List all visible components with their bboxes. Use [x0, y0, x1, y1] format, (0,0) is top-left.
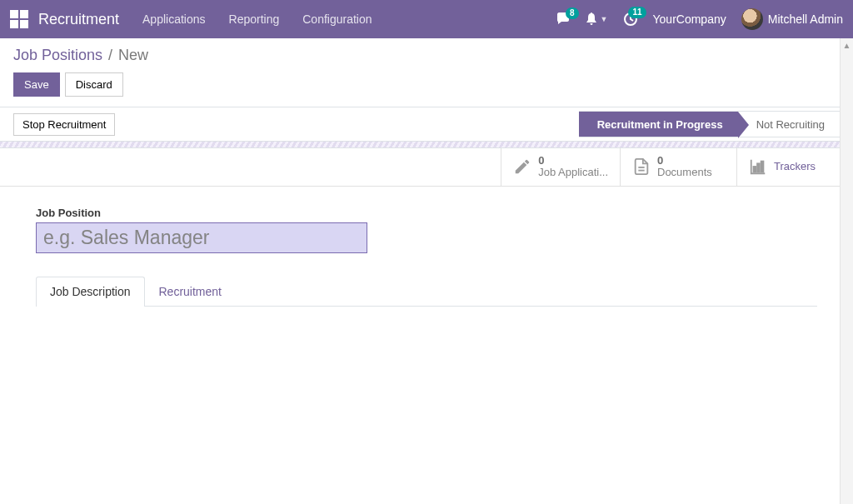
- messages-badge: 8: [566, 7, 579, 19]
- scrollbar[interactable]: ▲: [840, 38, 853, 504]
- discard-button[interactable]: Discard: [65, 72, 123, 97]
- scroll-up-icon[interactable]: ▲: [841, 38, 853, 52]
- stat-count: 0: [538, 155, 608, 167]
- activities-badge: 11: [628, 7, 646, 18]
- avatar: [741, 8, 763, 30]
- stat-button-row: 0 Job Applicati... 0 Documents Trackers: [0, 148, 853, 187]
- stat-trackers[interactable]: Trackers: [736, 148, 853, 186]
- svg-rect-5: [761, 162, 764, 172]
- svg-rect-3: [754, 167, 756, 172]
- stage-not-recruiting[interactable]: Not Recruiting: [738, 111, 840, 137]
- menu-configuration[interactable]: Configuration: [302, 12, 372, 26]
- job-position-label: Job Position: [36, 207, 817, 219]
- svg-rect-4: [757, 164, 760, 172]
- top-navbar: Recruitment Applications Reporting Confi…: [0, 0, 853, 38]
- breadcrumb: Job Positions / New: [13, 47, 840, 64]
- breadcrumb-current: New: [118, 47, 148, 63]
- statusbar-stages: Recruitment in Progress Not Recruiting: [579, 107, 840, 141]
- form-tabs: Job Description Recruitment: [36, 277, 817, 307]
- stat-job-applications[interactable]: 0 Job Applicati...: [501, 148, 620, 186]
- breadcrumb-separator: /: [108, 47, 112, 63]
- breadcrumb-parent[interactable]: Job Positions: [13, 47, 102, 63]
- form-hatched-bar: [0, 142, 853, 148]
- menu-applications[interactable]: Applications: [142, 12, 206, 26]
- activities-icon[interactable]: 11: [623, 12, 638, 27]
- tab-recruitment[interactable]: Recruitment: [145, 277, 236, 306]
- stat-label: Job Applicati...: [538, 167, 608, 178]
- stop-recruitment-button[interactable]: Stop Recruitment: [13, 113, 115, 136]
- notifications-icon[interactable]: ▼: [586, 12, 608, 26]
- form-sheet: Job Position Job Description Recruitment: [7, 187, 846, 327]
- navbar-menu: Applications Reporting Configuration: [142, 12, 372, 26]
- apps-icon[interactable]: [10, 10, 28, 28]
- company-selector[interactable]: YourCompany: [653, 12, 726, 26]
- caret-down-icon: ▼: [601, 15, 608, 23]
- tab-job-description[interactable]: Job Description: [36, 277, 145, 307]
- statusbar-row: Stop Recruitment Recruitment in Progress…: [0, 107, 853, 142]
- stage-label: Recruitment in Progress: [597, 118, 723, 131]
- stat-documents[interactable]: 0 Documents: [620, 148, 736, 186]
- navbar-right: 8 ▼ 11 YourCompany Mitchell Admin: [556, 8, 843, 30]
- stat-label: Documents: [657, 167, 712, 178]
- cp-buttons: Save Discard: [13, 72, 840, 97]
- user-name: Mitchell Admin: [768, 12, 843, 26]
- control-panel: Job Positions / New Save Discard: [0, 38, 853, 97]
- save-button[interactable]: Save: [13, 72, 60, 97]
- job-position-input[interactable]: [36, 222, 367, 253]
- app-title[interactable]: Recruitment: [38, 11, 119, 28]
- stat-label: Trackers: [774, 161, 816, 172]
- chart-icon: [749, 157, 767, 176]
- stage-recruitment-in-progress[interactable]: Recruitment in Progress: [579, 111, 738, 137]
- stage-label: Not Recruiting: [756, 118, 825, 131]
- menu-reporting[interactable]: Reporting: [229, 12, 280, 26]
- messages-icon[interactable]: 8: [556, 12, 571, 26]
- document-icon: [632, 157, 651, 176]
- stat-count: 0: [657, 155, 712, 167]
- pencil-icon: [513, 157, 531, 176]
- user-menu[interactable]: Mitchell Admin: [741, 8, 843, 30]
